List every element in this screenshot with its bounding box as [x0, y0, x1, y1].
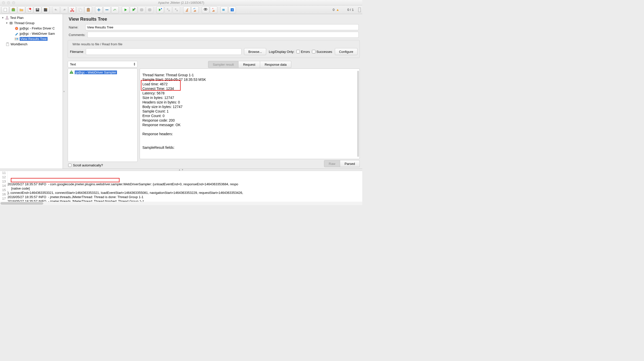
- svg-point-18: [168, 10, 170, 11]
- svg-point-26: [213, 8, 213, 9]
- close-window-btn[interactable]: [2, 1, 5, 4]
- main-panel: View Results Tree Name: Comments: Write …: [65, 14, 362, 169]
- shutdown-button[interactable]: [146, 6, 153, 13]
- successes-checkbox[interactable]: [312, 50, 315, 53]
- new-button[interactable]: [2, 6, 9, 13]
- svg-point-34: [10, 24, 13, 25]
- comments-input[interactable]: [87, 32, 359, 38]
- expand-arrow-icon[interactable]: ▼: [2, 16, 4, 19]
- search-button[interactable]: [202, 6, 209, 13]
- tree-node-test-plan[interactable]: ▼ Test Plan: [0, 15, 63, 20]
- svg-rect-28: [223, 9, 224, 11]
- filename-input[interactable]: [86, 48, 242, 55]
- close-button[interactable]: [26, 6, 33, 13]
- errors-checkbox[interactable]: [296, 50, 300, 53]
- gear-icon: [15, 26, 19, 30]
- spool-icon: [9, 21, 13, 25]
- browse-button[interactable]: Browse...: [244, 48, 266, 55]
- svg-text:!: !: [71, 70, 72, 74]
- paste-button[interactable]: [85, 6, 92, 13]
- log-content[interactable]: 2016/05/27 18:35:57 INFO - com.googlecod…: [8, 171, 362, 202]
- remote-shutdown-button[interactable]: [173, 6, 180, 13]
- flask-icon: [5, 16, 9, 20]
- cut-button[interactable]: [68, 6, 76, 13]
- svg-point-14: [113, 10, 114, 11]
- svg-rect-21: [187, 8, 188, 10]
- save-as-button[interactable]: [42, 6, 49, 13]
- clear-button[interactable]: [183, 6, 191, 13]
- log-panel: ▲ ▼ 1112131415161718 2016/05/27 18:35:57…: [0, 169, 362, 205]
- function-helper-button[interactable]: [220, 6, 228, 13]
- expand-button[interactable]: [95, 6, 103, 13]
- tab-raw[interactable]: Raw: [324, 160, 340, 167]
- svg-rect-42: [7, 43, 8, 43]
- svg-rect-12: [87, 8, 90, 12]
- copy-button[interactable]: [76, 6, 84, 13]
- sample-list[interactable]: ! jp@gc - WebDriver Sampler: [68, 68, 138, 162]
- horizontal-scrollbar[interactable]: [0, 202, 362, 205]
- scrollbar[interactable]: [357, 71, 359, 157]
- open-button[interactable]: [18, 6, 25, 13]
- tab-parsed[interactable]: Parsed: [340, 160, 360, 167]
- svg-point-16: [161, 8, 162, 9]
- renderer-combo[interactable]: Text ▲▼: [68, 61, 138, 67]
- svg-rect-27: [222, 9, 223, 11]
- help-button[interactable]: ?: [228, 6, 236, 13]
- file-fieldset: Write results to file / Read from file F…: [68, 40, 360, 58]
- stop-button[interactable]: [138, 6, 145, 13]
- results-icon: [15, 37, 19, 41]
- svg-point-19: [175, 8, 176, 10]
- collapse-button[interactable]: [103, 6, 111, 13]
- clear-all-button[interactable]: [191, 6, 199, 13]
- error-count: 0: [333, 8, 335, 12]
- expand-arrow-icon[interactable]: ▼: [6, 22, 8, 24]
- highlight-box-log: [11, 178, 119, 182]
- tab-request[interactable]: Request: [238, 61, 260, 68]
- window-title: Apache JMeter (2.13 r1665067): [0, 1, 362, 5]
- log-divider[interactable]: ▲ ▼: [0, 169, 362, 171]
- svg-point-8: [70, 11, 72, 12]
- svg-rect-0: [4, 8, 7, 12]
- svg-point-4: [29, 8, 31, 10]
- tab-response-data[interactable]: Response data: [260, 61, 291, 68]
- tab-sampler-result[interactable]: Sampler result: [208, 61, 239, 68]
- reset-search-button[interactable]: [210, 6, 217, 13]
- save-button[interactable]: [34, 6, 41, 13]
- comments-label: Comments:: [69, 33, 85, 37]
- tree-node-view-results-tree[interactable]: View Results Tree: [0, 36, 63, 42]
- result-text[interactable]: Thread Name: Thread Group 1-1 Sample Sta…: [142, 73, 357, 150]
- name-input[interactable]: [85, 24, 359, 30]
- svg-rect-38: [15, 38, 16, 39]
- templates-button[interactable]: [10, 6, 17, 13]
- start-no-timers-button[interactable]: [130, 6, 137, 13]
- tree-node-firefox-config[interactable]: jp@gc - Firefox Driver C: [0, 26, 63, 31]
- sample-list-item[interactable]: ! jp@gc - WebDriver Sampler: [69, 70, 136, 75]
- name-label: Name:: [69, 25, 83, 29]
- undo-button[interactable]: [52, 6, 60, 13]
- svg-rect-39: [15, 39, 16, 40]
- svg-point-15: [134, 8, 136, 9]
- tree-node-webdriver-sampler[interactable]: jp@gc - WebDriver Sam: [0, 31, 63, 36]
- log-gutter: 1112131415161718: [0, 171, 8, 202]
- start-button[interactable]: [122, 6, 129, 13]
- redo-button[interactable]: [60, 6, 68, 13]
- svg-point-17: [167, 8, 168, 10]
- svg-rect-2: [12, 8, 14, 9]
- tree-node-workbench[interactable]: WorkBench: [0, 42, 63, 47]
- svg-rect-6: [36, 8, 38, 10]
- configure-button[interactable]: Configure: [335, 48, 357, 55]
- minimize-window-btn[interactable]: [7, 1, 10, 4]
- svg-point-36: [16, 28, 17, 29]
- tree-node-thread-group[interactable]: ▼ Thread Group: [0, 20, 63, 26]
- titlebar: Apache JMeter (2.13 r1665067): [0, 0, 362, 6]
- log-only-label: Log/Display Only:: [269, 50, 294, 54]
- toggle-button[interactable]: [111, 6, 119, 13]
- remote-stop-button[interactable]: [165, 6, 172, 13]
- chevron-updown-icon: ▲▼: [133, 62, 135, 66]
- remote-start-button[interactable]: [156, 6, 164, 13]
- warning-icon: ▲: [336, 8, 339, 12]
- splitter-handle[interactable]: [63, 14, 65, 169]
- svg-point-23: [194, 8, 195, 9]
- scroll-auto-checkbox[interactable]: [68, 164, 71, 167]
- zoom-window-btn[interactable]: [12, 1, 15, 4]
